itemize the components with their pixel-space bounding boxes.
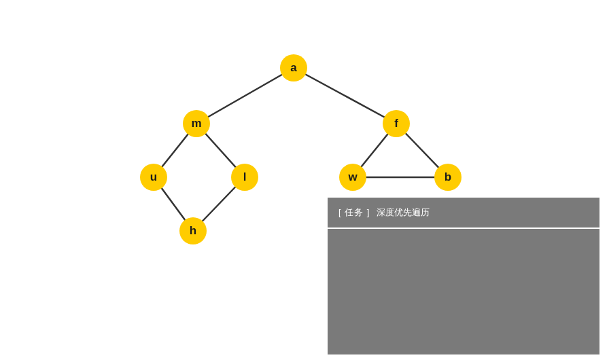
node-f[interactable]: f xyxy=(383,110,410,137)
node-h[interactable]: h xyxy=(179,217,207,244)
task-panel: [ 任务 ] 深度优先遍历 xyxy=(328,198,599,354)
task-title: 深度优先遍历 xyxy=(377,206,430,219)
task-body xyxy=(328,229,599,354)
node-u[interactable]: u xyxy=(140,164,167,191)
edge-a-f xyxy=(294,68,396,124)
node-w[interactable]: w xyxy=(339,164,366,191)
task-label: [ 任务 ] xyxy=(338,206,370,219)
node-m[interactable]: m xyxy=(183,110,210,137)
task-header: [ 任务 ] 深度优先遍历 xyxy=(328,198,599,228)
node-a[interactable]: a xyxy=(280,54,307,81)
edge-a-m xyxy=(196,68,294,124)
node-l[interactable]: l xyxy=(231,164,258,191)
node-b[interactable]: b xyxy=(434,164,462,191)
